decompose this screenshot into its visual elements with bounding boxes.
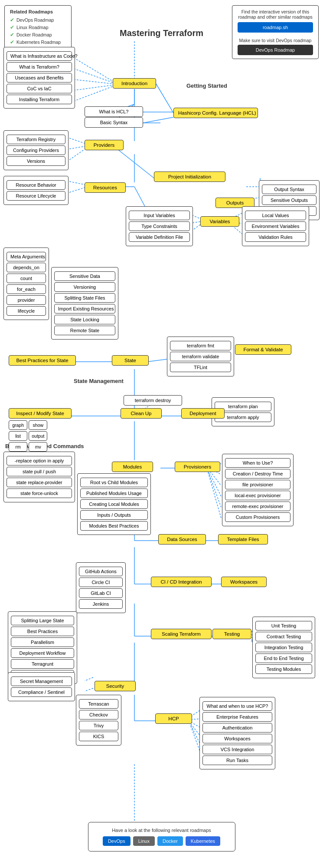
contract-testing-item[interactable]: Contract Testing xyxy=(255,632,312,641)
versions-item[interactable]: Versions xyxy=(7,156,65,166)
terraform-registry-item[interactable]: Terraform Registry xyxy=(7,135,65,144)
variable-def-file-item[interactable]: Variable Definition File xyxy=(129,232,190,242)
file-provisioner-item[interactable]: file provisioner xyxy=(225,480,290,489)
state-box[interactable]: State xyxy=(112,355,149,366)
workspaces-hcp-item[interactable]: Workspaces xyxy=(202,734,272,743)
intro-item-5[interactable]: Installing Terraform xyxy=(7,95,72,104)
state-force-unlock-item[interactable]: state force-unlock xyxy=(7,488,72,498)
meta-arguments-item[interactable]: Meta Arguments xyxy=(7,252,46,261)
basic-syntax-box[interactable]: Basic Syntax xyxy=(85,117,143,128)
project-init-box[interactable]: Project Initialization xyxy=(154,172,225,182)
when-to-use-hcp-item[interactable]: What and when to use HCP? xyxy=(202,701,272,711)
validation-rules-item[interactable]: Validation Rules xyxy=(245,232,306,242)
sensitive-outputs-item[interactable]: Sensitive Outputs xyxy=(262,195,316,205)
root-child-modules-item[interactable]: Root vs Child Modules xyxy=(80,478,148,487)
deployment-workflow-item[interactable]: Deployment Workflow xyxy=(11,648,74,658)
security-box[interactable]: Security xyxy=(95,681,136,691)
state-locking-item[interactable]: State Locking xyxy=(54,315,115,324)
trivy-item[interactable]: Trivy xyxy=(79,721,118,730)
cicd-box[interactable]: CI / CD Integration xyxy=(151,577,212,587)
testing-modules-item[interactable]: Testing Modules xyxy=(255,664,312,674)
end-to-end-testing-item[interactable]: End to End Testing xyxy=(255,653,312,663)
unit-testing-item[interactable]: Unit Testing xyxy=(255,621,312,630)
state-pull-push-item[interactable]: state pull / push xyxy=(7,467,72,476)
import-existing-item[interactable]: Import Existing Resources xyxy=(54,304,115,314)
devops-btn[interactable]: DevOps xyxy=(103,836,131,846)
resource-behavior-item[interactable]: Resource Behavior xyxy=(7,180,65,190)
type-constraints-item[interactable]: Type Constraints xyxy=(129,221,190,231)
versioning-item[interactable]: Versioning xyxy=(54,282,115,292)
variables-box[interactable]: Variables xyxy=(200,216,239,227)
output-item[interactable]: output xyxy=(29,431,47,441)
circle-ci-item[interactable]: Circle CI xyxy=(79,578,123,587)
provisioners-box[interactable]: Provisioners xyxy=(175,462,220,472)
creation-destroy-time-item[interactable]: Creation / Destroy Time xyxy=(225,469,290,479)
hcl-main-box[interactable]: Hashicorp Config. Language (HCL) xyxy=(173,108,258,118)
related-devops[interactable]: ✔ DevOps Roadmap xyxy=(10,17,66,23)
depends-on-item[interactable]: depends_on xyxy=(7,263,46,272)
lifecycle-item[interactable]: lifecycle xyxy=(7,306,46,316)
run-tasks-item[interactable]: Run Tasks xyxy=(202,756,272,765)
authentication-item[interactable]: Authentication xyxy=(202,723,272,733)
github-actions-item[interactable]: GitHub Actions xyxy=(79,567,123,576)
remote-state-item[interactable]: Remote State xyxy=(54,326,115,335)
providers-box[interactable]: Providers xyxy=(85,140,124,150)
provider-item[interactable]: provider xyxy=(7,295,46,305)
devops-roadmap-button[interactable]: DevOps Roadmap xyxy=(238,45,313,55)
env-variables-item[interactable]: Environment Variables xyxy=(245,221,306,231)
terraform-destroy-box[interactable]: terraform destroy xyxy=(124,395,182,406)
configuring-providers-item[interactable]: Configuring Providers xyxy=(7,145,65,155)
vcs-integration-item[interactable]: VCS Integration xyxy=(202,745,272,754)
output-syntax-item[interactable]: Output Syntax xyxy=(262,185,316,194)
data-sources-box[interactable]: Data Sources xyxy=(158,534,206,545)
deployment-box[interactable]: Deployment xyxy=(181,408,225,419)
custom-provisioners-item[interactable]: Custom Provisioners xyxy=(225,512,290,522)
state-replace-provider-item[interactable]: state replace-provider xyxy=(7,478,72,487)
local-exec-item[interactable]: local-exec provisioner xyxy=(225,491,290,500)
terraform-validate-item[interactable]: terraform validate xyxy=(170,352,231,361)
linux-btn[interactable]: Linux xyxy=(133,836,155,846)
intro-item-2[interactable]: What is Terraform? xyxy=(7,62,72,72)
tflint-item[interactable]: TFLint xyxy=(170,363,231,372)
template-files-box[interactable]: Template Files xyxy=(218,534,268,545)
jenkins-item[interactable]: Jenkins xyxy=(79,599,123,609)
enterprise-features-item[interactable]: Enterprise Features xyxy=(202,712,272,722)
intro-item-1[interactable]: What is Infrastructure as Code? xyxy=(7,51,72,61)
resources-box[interactable]: Resources xyxy=(85,182,126,193)
splitting-large-state-item[interactable]: Splitting Large State xyxy=(11,616,74,625)
list-item[interactable]: list xyxy=(9,431,27,441)
intro-item-4[interactable]: CoC vs IaC xyxy=(7,84,72,93)
terrascan-item[interactable]: Terrascan xyxy=(79,699,118,709)
mv-item[interactable]: mv xyxy=(29,442,47,452)
inspect-modify-box[interactable]: Inspect / Modify State xyxy=(9,408,72,419)
intro-item-3[interactable]: Usecases and Benefits xyxy=(7,73,72,83)
parallelism-item[interactable]: Parallelism xyxy=(11,637,74,647)
scaling-box[interactable]: Scaling Terraform xyxy=(151,629,212,639)
testing-box[interactable]: Testing xyxy=(212,629,251,639)
kics-item[interactable]: KICS xyxy=(79,732,118,741)
sensitive-data-item[interactable]: Sensitive Data xyxy=(54,271,115,281)
checkov-item[interactable]: Checkov xyxy=(79,710,118,719)
resource-lifecycle-item[interactable]: Resource Lifecycle xyxy=(7,191,65,201)
modules-best-practices-item[interactable]: Modules Best Practices xyxy=(80,521,148,531)
best-practices-state-box[interactable]: Best Practices for State xyxy=(9,355,76,366)
workspaces-cicd-box[interactable]: Workspaces xyxy=(221,577,267,587)
for-each-item[interactable]: for_each xyxy=(7,284,46,294)
remote-exec-item[interactable]: remote-exec provisioner xyxy=(225,502,290,511)
best-practices-scaling-item[interactable]: Best Practices xyxy=(11,627,74,636)
hcp-box[interactable]: HCP xyxy=(155,713,192,724)
docker-btn[interactable]: Docker xyxy=(157,836,183,846)
rm-item[interactable]: rm xyxy=(9,442,27,452)
related-kubernetes[interactable]: ✔ Kubernetes Roadmap xyxy=(10,39,66,45)
input-variables-item[interactable]: Input Variables xyxy=(129,211,190,220)
terraform-fmt-item[interactable]: terraform fmt xyxy=(170,341,231,350)
inputs-outputs-item[interactable]: Inputs / Outputs xyxy=(80,510,148,520)
modules-box[interactable]: Modules xyxy=(112,462,153,472)
introduction-box[interactable]: Introduction xyxy=(113,78,156,89)
replace-option-item[interactable]: -replace option in apply xyxy=(7,456,72,465)
local-values-item[interactable]: Local Values xyxy=(245,211,306,220)
secret-management-item[interactable]: Secret Management xyxy=(11,677,72,686)
count-item[interactable]: count xyxy=(7,274,46,283)
format-validate-box[interactable]: Format & Validate xyxy=(235,344,291,355)
show-item[interactable]: show xyxy=(29,420,47,430)
